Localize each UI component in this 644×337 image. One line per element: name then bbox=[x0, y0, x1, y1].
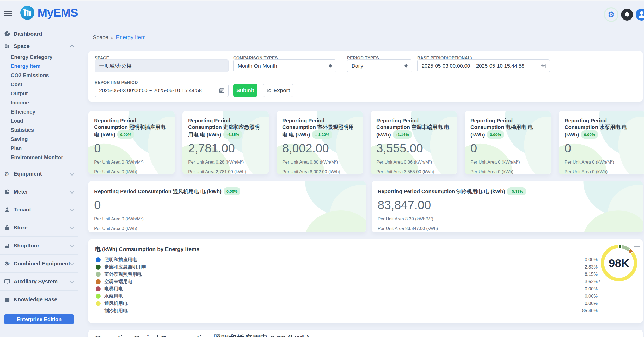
period-types-value: Daily bbox=[352, 63, 404, 69]
sidebar-item-environment-monitor[interactable]: Environment Monitor bbox=[0, 153, 78, 162]
comparison-types-select[interactable]: Month-On-Month bbox=[233, 59, 336, 72]
trend-badge: ↓-1.22% bbox=[312, 130, 332, 139]
submit-button[interactable]: Submit bbox=[233, 84, 257, 97]
sidebar-item-combined-equipment[interactable]: ⚙⚙ Combined Equipment bbox=[0, 254, 78, 272]
legend-item[interactable]: 通风机用电 bbox=[96, 300, 146, 307]
gauge-icon bbox=[4, 31, 14, 37]
sidebar-item-co2-emissions[interactable]: CO2 Emissions bbox=[0, 71, 78, 80]
chart-percentages: 0.00% 2.83% 8.15% 3.62% 0.00% 0.00% 0.00… bbox=[572, 256, 598, 314]
legend-dot-icon bbox=[96, 294, 101, 299]
sidebar-item-tenant[interactable]: Tenant bbox=[0, 201, 78, 219]
comparison-types-value: Month-On-Month bbox=[238, 63, 329, 69]
sidebar-item-knowledge-base[interactable]: Knowledge Base bbox=[0, 290, 78, 308]
legend-dot-icon bbox=[96, 272, 101, 277]
sidebar-item-load[interactable]: Load bbox=[0, 116, 78, 126]
donut-chart[interactable]: 98K bbox=[601, 245, 637, 281]
enterprise-edition-button[interactable]: Enterprise Edition bbox=[4, 314, 74, 324]
sidebar-item-equipment[interactable]: ⚙ Equipment bbox=[0, 165, 78, 183]
percent-value: 0.00% bbox=[572, 285, 598, 292]
legend-item[interactable]: 室外景观照明用电 bbox=[96, 271, 146, 278]
gear-icon: ⚙ bbox=[4, 171, 14, 177]
sidebar-item-plan[interactable]: Plan bbox=[0, 144, 78, 153]
sidebar-item-auxiliary-system[interactable]: Auxiliary System bbox=[0, 272, 78, 290]
monitor-icon bbox=[4, 279, 14, 285]
sidebar-item-shopfloor[interactable]: Shopfloor bbox=[0, 236, 78, 254]
top-navbar: MyEMS ⚙ bbox=[0, 0, 644, 26]
hamburger-menu-icon[interactable] bbox=[4, 11, 13, 17]
trend-badge: 0.00% bbox=[117, 130, 134, 139]
sidebar: Dashboard Space Energy Category Energy I… bbox=[0, 26, 78, 337]
user-icon bbox=[4, 207, 14, 213]
sidebar-item-energy-category[interactable]: Energy Category bbox=[0, 53, 78, 62]
legend-item[interactable]: 电梯用电 bbox=[96, 285, 146, 292]
percent-value: 0.00% bbox=[572, 256, 598, 263]
legend-dot-icon bbox=[96, 265, 101, 270]
per-unit-area-kwh: Per Unit Area 8,002.00 (kWh) bbox=[282, 169, 357, 174]
legend-dot-icon bbox=[96, 257, 101, 262]
stat-card-title: Reporting Period Consumption 照明和插座用电 电 (… bbox=[94, 117, 169, 139]
bell-icon bbox=[624, 11, 630, 18]
trend-badge: 0.00% bbox=[581, 130, 598, 139]
per-unit-area-m2: Per Unit Area 0 (kWh/M²) bbox=[565, 160, 639, 165]
stat-card-title: Reporting Period Consumption 电梯用电 电 (kWh… bbox=[470, 117, 545, 139]
stat-card-title: Reporting Period Consumption 空调末端用电 电 (k… bbox=[376, 117, 451, 139]
gear-icon: ⚙ bbox=[608, 11, 615, 18]
sidebar-item-income[interactable]: Income bbox=[0, 98, 78, 107]
space-input[interactable] bbox=[95, 59, 229, 72]
user-icon bbox=[637, 10, 644, 19]
reporting-period-input[interactable]: 2025-06-03 00:00:00 ~ 2025-06-10 15:44:5… bbox=[95, 84, 229, 97]
gears-icon: ⚙⚙ bbox=[4, 260, 14, 267]
legend-item[interactable]: 制冷机用电 bbox=[96, 307, 146, 314]
sidebar-item-energy-item[interactable]: Energy Item bbox=[0, 62, 78, 71]
settings-button[interactable]: ⚙ bbox=[604, 7, 618, 22]
per-unit-area-kwh: Per Unit Area 2,781.00 (kWh) bbox=[188, 169, 263, 174]
legend-dot-icon bbox=[96, 286, 101, 291]
sort-arrows-icon bbox=[329, 64, 332, 68]
sidebar-item-label: Space bbox=[14, 43, 71, 49]
energy-items-chart-card: 电 (kWh) Comsumption by Energy Items 照明和插… bbox=[88, 239, 643, 323]
legend-item[interactable]: 空调末端用电 bbox=[96, 278, 146, 285]
export-icon bbox=[266, 88, 271, 93]
per-unit-area-m2: Per Unit Area 8.39 (kWh/M²) bbox=[378, 216, 637, 222]
sidebar-item-dashboard[interactable]: Dashboard bbox=[0, 28, 78, 40]
sidebar-item-saving[interactable]: Saving bbox=[0, 135, 78, 144]
sidebar-item-space[interactable]: Space bbox=[0, 40, 78, 52]
legend-item[interactable]: 走廊和应急照明用电 bbox=[96, 263, 146, 271]
per-unit-area-kwh: Per Unit Area 0 (kWh) bbox=[470, 169, 545, 174]
chart-title: 电 (kWh) Comsumption by Energy Items bbox=[95, 246, 199, 253]
period-types-select[interactable]: Daily bbox=[347, 59, 412, 72]
stat-card-value: 83,847.00 bbox=[378, 198, 637, 212]
building-icon bbox=[4, 43, 14, 49]
trend-badge: ↑5.33% bbox=[507, 187, 526, 195]
per-unit-area-kwh: Per Unit Area 83,847.00 (kWh) bbox=[378, 226, 637, 231]
sidebar-item-statistics[interactable]: Statistics bbox=[0, 126, 78, 135]
chevron-down-icon bbox=[70, 261, 74, 266]
sidebar-item-meter[interactable]: Meter bbox=[0, 183, 78, 201]
breadcrumb: Space » Energy Item bbox=[93, 34, 145, 40]
stat-card-title: Reporting Period Consumption 走廊和应急照明用电 电… bbox=[188, 117, 263, 139]
breadcrumb-current[interactable]: Energy Item bbox=[116, 34, 145, 40]
stat-card-value: 3,555.00 bbox=[376, 141, 451, 155]
detail-section-heading: Reporting Period Consumption 照明和插座用电 0.0… bbox=[88, 330, 643, 337]
export-button[interactable]: Export bbox=[263, 84, 293, 97]
breadcrumb-separator: » bbox=[111, 34, 114, 40]
sidebar-item-output[interactable]: Output bbox=[0, 89, 78, 98]
reporting-period-value: 2025-06-03 00:00:00 ~ 2025-06-10 15:44:5… bbox=[99, 88, 219, 93]
sidebar-item-efficiency[interactable]: Efficiency bbox=[0, 107, 78, 116]
base-period-input[interactable]: 2025-05-03 00:00:00 ~ 2025-05-10 15:44:5… bbox=[417, 59, 550, 72]
brand-logo[interactable]: MyEMS bbox=[20, 6, 78, 20]
sidebar-item-store[interactable]: Store bbox=[0, 219, 78, 236]
notifications-button[interactable] bbox=[621, 9, 633, 21]
trend-badge: 0.00% bbox=[487, 130, 504, 139]
donut-center-label: 98K bbox=[601, 245, 637, 281]
breadcrumb-parent: Space bbox=[93, 34, 108, 40]
avatar[interactable] bbox=[636, 9, 644, 21]
sidebar-item-cost[interactable]: Cost bbox=[0, 80, 78, 89]
chevron-up-icon bbox=[70, 45, 74, 49]
legend-item[interactable]: 照明和插座用电 bbox=[96, 256, 146, 263]
myems-logo-icon bbox=[20, 6, 34, 20]
stat-card: Reporting Period Consumption 室外景观照明用电 电 … bbox=[277, 111, 363, 174]
legend-item[interactable]: 水泵用电 bbox=[96, 292, 146, 300]
stat-card-title: Reporting Period Consumption 水泵用电 电 (kWh… bbox=[565, 117, 639, 139]
percent-value: 3.62% bbox=[572, 278, 598, 285]
